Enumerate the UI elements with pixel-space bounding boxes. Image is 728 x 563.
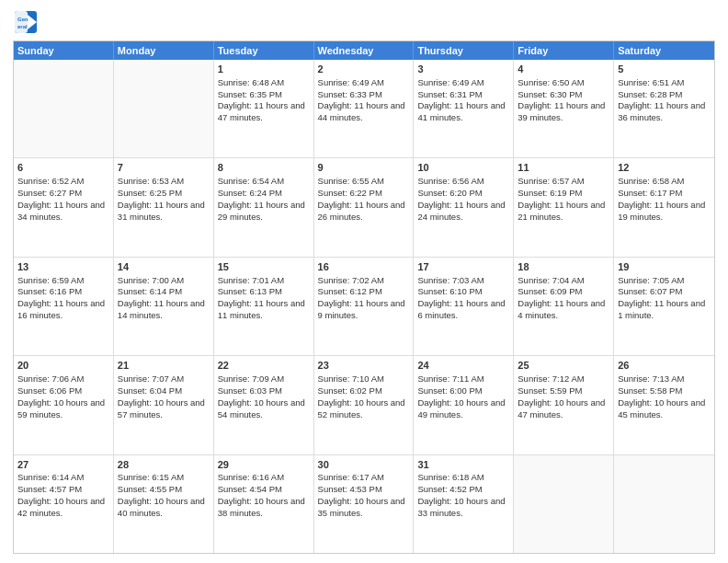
day-number: 4 [518,63,609,76]
day-cell-1: 1Sunrise: 6:48 AM Sunset: 6:35 PM Daylig… [214,60,314,157]
day-content: Sunrise: 6:17 AM Sunset: 4:53 PM Dayligh… [318,472,405,517]
day-number: 16 [318,260,410,274]
page: Gen eral SundayMondayTuesdayWednesdayThu… [0,0,728,563]
day-content: Sunrise: 7:06 AM Sunset: 6:06 PM Dayligh… [17,373,105,419]
day-cell-11: 11Sunrise: 6:57 AM Sunset: 6:19 PM Dayli… [514,158,614,256]
day-cell-29: 29Sunrise: 6:16 AM Sunset: 4:54 PM Dayli… [214,455,314,553]
day-number: 5 [618,63,711,76]
day-cell-18: 18Sunrise: 7:04 AM Sunset: 6:09 PM Dayli… [514,258,614,355]
day-cell-28: 28Sunrise: 6:15 AM Sunset: 4:55 PM Dayli… [114,455,214,553]
calendar-row-1: 6Sunrise: 6:52 AM Sunset: 6:27 PM Daylig… [14,158,714,257]
calendar-header: SundayMondayTuesdayWednesdayThursdayFrid… [14,41,714,60]
day-number: 26 [618,359,711,373]
day-content: Sunrise: 6:16 AM Sunset: 4:54 PM Dayligh… [218,472,305,517]
day-number: 8 [218,161,310,175]
day-cell-12: 12Sunrise: 6:58 AM Sunset: 6:17 PM Dayli… [614,158,714,256]
weekday-header-saturday: Saturday [614,41,714,60]
day-content: Sunrise: 7:03 AM Sunset: 6:10 PM Dayligh… [417,275,505,320]
day-content: Sunrise: 6:56 AM Sunset: 6:20 PM Dayligh… [417,176,505,221]
day-cell-27: 27Sunrise: 6:14 AM Sunset: 4:57 PM Dayli… [14,455,114,553]
empty-cell-4-6 [614,455,714,553]
day-number: 31 [417,458,509,472]
svg-text:Gen: Gen [17,17,28,22]
day-content: Sunrise: 7:02 AM Sunset: 6:12 PM Dayligh… [318,275,405,320]
day-content: Sunrise: 7:00 AM Sunset: 6:14 PM Dayligh… [118,275,205,320]
day-number: 21 [118,359,210,373]
day-cell-9: 9Sunrise: 6:55 AM Sunset: 6:22 PM Daylig… [314,158,415,256]
weekday-header-wednesday: Wednesday [314,41,415,60]
day-content: Sunrise: 7:13 AM Sunset: 5:58 PM Dayligh… [618,373,705,419]
day-number: 25 [518,359,609,373]
day-cell-30: 30Sunrise: 6:17 AM Sunset: 4:53 PM Dayli… [314,455,415,553]
calendar-row-0: 1Sunrise: 6:48 AM Sunset: 6:35 PM Daylig… [14,60,714,158]
day-cell-22: 22Sunrise: 7:09 AM Sunset: 6:03 PM Dayli… [214,356,314,454]
day-number: 11 [518,161,609,175]
day-number: 30 [318,458,410,472]
day-number: 19 [618,260,711,274]
day-cell-10: 10Sunrise: 6:56 AM Sunset: 6:20 PM Dayli… [414,158,514,256]
day-cell-2: 2Sunrise: 6:49 AM Sunset: 6:33 PM Daylig… [314,60,415,157]
calendar-body: 1Sunrise: 6:48 AM Sunset: 6:35 PM Daylig… [14,60,714,553]
day-cell-20: 20Sunrise: 7:06 AM Sunset: 6:06 PM Dayli… [14,356,114,454]
day-content: Sunrise: 6:57 AM Sunset: 6:19 PM Dayligh… [518,176,605,221]
day-content: Sunrise: 6:54 AM Sunset: 6:24 PM Dayligh… [218,176,305,221]
day-content: Sunrise: 7:11 AM Sunset: 6:00 PM Dayligh… [417,373,505,419]
day-cell-5: 5Sunrise: 6:51 AM Sunset: 6:28 PM Daylig… [614,60,714,157]
calendar: SundayMondayTuesdayWednesdayThursdayFrid… [13,40,715,554]
logo: Gen eral [13,9,42,35]
day-cell-4: 4Sunrise: 6:50 AM Sunset: 6:30 PM Daylig… [514,60,614,157]
calendar-row-3: 20Sunrise: 7:06 AM Sunset: 6:06 PM Dayli… [14,356,714,454]
day-content: Sunrise: 6:14 AM Sunset: 4:57 PM Dayligh… [17,472,105,517]
logo-icon: Gen eral [13,9,39,35]
day-number: 14 [118,260,210,274]
day-number: 24 [417,359,509,373]
day-content: Sunrise: 6:49 AM Sunset: 6:33 PM Dayligh… [318,77,405,122]
day-number: 27 [17,458,109,472]
day-number: 18 [518,260,609,274]
svg-text:eral: eral [17,24,28,29]
day-cell-16: 16Sunrise: 7:02 AM Sunset: 6:12 PM Dayli… [314,258,415,355]
day-content: Sunrise: 6:51 AM Sunset: 6:28 PM Dayligh… [618,77,705,122]
day-number: 28 [118,458,210,472]
day-content: Sunrise: 7:04 AM Sunset: 6:09 PM Dayligh… [518,275,605,320]
day-number: 17 [417,260,509,274]
day-content: Sunrise: 7:10 AM Sunset: 6:02 PM Dayligh… [318,373,405,419]
header: Gen eral [13,9,715,35]
day-content: Sunrise: 7:09 AM Sunset: 6:03 PM Dayligh… [218,373,305,419]
weekday-header-thursday: Thursday [414,41,514,60]
weekday-header-monday: Monday [114,41,214,60]
day-number: 23 [318,359,410,373]
day-number: 9 [318,161,410,175]
day-cell-26: 26Sunrise: 7:13 AM Sunset: 5:58 PM Dayli… [614,356,714,454]
day-content: Sunrise: 6:53 AM Sunset: 6:25 PM Dayligh… [118,176,205,221]
day-number: 29 [218,458,310,472]
day-number: 12 [618,161,711,175]
day-content: Sunrise: 7:01 AM Sunset: 6:13 PM Dayligh… [218,275,305,320]
day-cell-6: 6Sunrise: 6:52 AM Sunset: 6:27 PM Daylig… [14,158,114,256]
empty-cell-0-1 [114,60,214,157]
day-number: 20 [17,359,109,373]
day-content: Sunrise: 6:49 AM Sunset: 6:31 PM Dayligh… [417,77,505,122]
day-number: 1 [218,63,310,76]
day-number: 6 [17,161,109,175]
day-cell-8: 8Sunrise: 6:54 AM Sunset: 6:24 PM Daylig… [214,158,314,256]
day-content: Sunrise: 6:18 AM Sunset: 4:52 PM Dayligh… [417,472,505,517]
day-content: Sunrise: 6:58 AM Sunset: 6:17 PM Dayligh… [618,176,705,221]
day-cell-15: 15Sunrise: 7:01 AM Sunset: 6:13 PM Dayli… [214,258,314,355]
day-number: 7 [118,161,210,175]
empty-cell-0-0 [14,60,114,157]
day-cell-7: 7Sunrise: 6:53 AM Sunset: 6:25 PM Daylig… [114,158,214,256]
day-content: Sunrise: 7:05 AM Sunset: 6:07 PM Dayligh… [618,275,705,320]
day-cell-24: 24Sunrise: 7:11 AM Sunset: 6:00 PM Dayli… [414,356,514,454]
day-cell-3: 3Sunrise: 6:49 AM Sunset: 6:31 PM Daylig… [414,60,514,157]
day-content: Sunrise: 7:12 AM Sunset: 5:59 PM Dayligh… [518,373,605,419]
day-content: Sunrise: 6:15 AM Sunset: 4:55 PM Dayligh… [118,472,205,517]
day-cell-19: 19Sunrise: 7:05 AM Sunset: 6:07 PM Dayli… [614,258,714,355]
day-number: 10 [417,161,509,175]
day-number: 22 [218,359,310,373]
day-number: 2 [318,63,410,76]
svg-rect-2 [15,11,28,33]
day-number: 3 [417,63,509,76]
day-content: Sunrise: 6:48 AM Sunset: 6:35 PM Dayligh… [218,77,305,122]
calendar-row-2: 13Sunrise: 6:59 AM Sunset: 6:16 PM Dayli… [14,258,714,356]
